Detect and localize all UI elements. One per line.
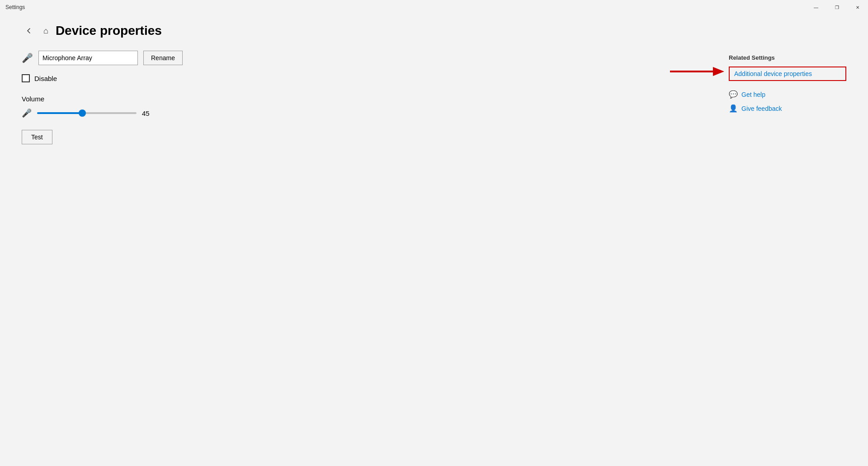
- test-button[interactable]: Test: [22, 130, 52, 144]
- right-panel: Related Settings Additional device prope…: [729, 54, 846, 118]
- volume-slider[interactable]: [37, 112, 137, 114]
- device-name-row: 🎤 Rename: [22, 51, 846, 65]
- rename-label: Rename: [151, 54, 175, 62]
- close-icon: ✕: [856, 5, 859, 10]
- restore-button[interactable]: ❐: [826, 0, 847, 14]
- minimize-icon: —: [814, 5, 818, 10]
- volume-row: 🎤 45: [22, 108, 846, 118]
- rename-button[interactable]: Rename: [143, 51, 183, 65]
- page-title: Device properties: [56, 24, 162, 38]
- minimize-button[interactable]: —: [806, 0, 826, 14]
- related-settings-title: Related Settings: [729, 54, 846, 61]
- settings-title: Settings: [5, 4, 25, 10]
- give-feedback-link[interactable]: 👤 Give feedback: [729, 104, 846, 113]
- home-icon[interactable]: ⌂: [43, 26, 48, 36]
- back-icon: [26, 28, 32, 33]
- volume-section: Volume 🎤 45 Test: [22, 95, 846, 144]
- titlebar-controls: — ❐ ✕: [806, 0, 868, 14]
- svg-marker-1: [713, 67, 724, 76]
- volume-mic-icon: 🎤: [22, 108, 32, 118]
- get-help-icon: 💬: [729, 90, 738, 99]
- titlebar-left: Settings: [5, 4, 25, 10]
- volume-title: Volume: [22, 95, 846, 103]
- back-button[interactable]: [22, 24, 36, 38]
- device-name-input[interactable]: [38, 51, 138, 65]
- get-help-label: Get help: [741, 91, 765, 98]
- additional-props-label: Additional device properties: [734, 70, 812, 77]
- volume-value: 45: [142, 109, 156, 117]
- disable-label: Disable: [34, 75, 57, 82]
- give-feedback-icon: 👤: [729, 104, 738, 113]
- restore-icon: ❐: [835, 5, 839, 10]
- annotation-arrow: [670, 65, 724, 80]
- disable-checkbox[interactable]: [22, 74, 30, 82]
- titlebar: Settings — ❐ ✕: [0, 0, 868, 14]
- microphone-icon: 🎤: [22, 52, 33, 63]
- page-header: ⌂ Device properties: [22, 24, 846, 38]
- additional-device-properties-link[interactable]: Additional device properties: [729, 67, 846, 81]
- give-feedback-label: Give feedback: [741, 105, 782, 112]
- get-help-link[interactable]: 💬 Get help: [729, 90, 846, 99]
- close-button[interactable]: ✕: [847, 0, 868, 14]
- test-label: Test: [31, 133, 43, 141]
